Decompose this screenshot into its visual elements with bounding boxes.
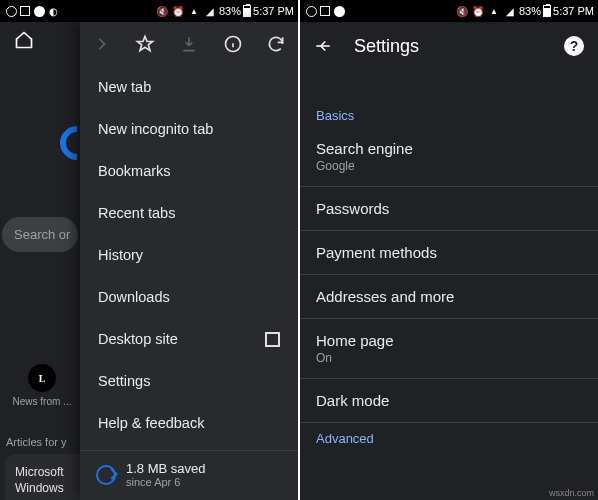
app-icon [18,4,32,18]
battery-icon [543,5,551,17]
mute-icon [455,4,469,18]
menu-history[interactable]: History [80,234,298,276]
menu-icon-row [80,22,298,66]
menu-help-feedback[interactable]: Help & feedback [80,402,298,444]
setting-label: Payment methods [316,244,582,261]
menu-item-label: Recent tabs [98,205,175,221]
articles-header: Articles for y [6,436,67,448]
menu-item-label: Settings [98,373,150,389]
menu-item-label: Desktop site [98,331,178,347]
menu-desktop-site[interactable]: Desktop site [80,318,298,360]
signal-icon [203,4,217,18]
info-icon[interactable] [223,34,243,54]
setting-search-engine[interactable]: Search engine Google [300,127,598,187]
setting-dark-mode[interactable]: Dark mode [300,379,598,423]
page-title: Settings [354,36,419,57]
site-favicon: L [28,364,56,392]
menu-item-label: Help & feedback [98,415,204,431]
data-saved-amount: 1.8 MB saved [126,461,206,476]
battery-percent: 83% [219,5,241,17]
app-icon [332,4,346,18]
setting-label: Passwords [316,200,582,217]
setting-payment-methods[interactable]: Payment methods [300,231,598,275]
setting-home-page[interactable]: Home page On [300,319,598,379]
app-icon [32,4,46,18]
wifi-icon [187,4,201,18]
mute-icon [155,4,169,18]
menu-item-label: Downloads [98,289,170,305]
settings-header: Settings ? [300,22,598,70]
data-saved-since: since Apr 6 [126,476,206,488]
search-input[interactable]: Search or [2,217,78,252]
chrome-home: Search or L News from ... Articles for y… [0,22,298,500]
phone-left: ◐ 83% 5:37 PM Search or L News from ... [0,0,298,500]
setting-label: Addresses and more [316,288,582,305]
alarm-icon [471,4,485,18]
star-icon[interactable] [135,34,155,54]
setting-addresses[interactable]: Addresses and more [300,275,598,319]
app-icon: ◐ [46,4,60,18]
chrome-overflow-menu: New tab New incognito tab Bookmarks Rece… [80,22,298,500]
clock: 5:37 PM [553,5,594,17]
setting-value: On [316,351,582,365]
battery-icon [243,5,251,17]
phone-right: 83% 5:37 PM Settings ? Basics Search eng… [300,0,598,500]
battery-percent: 83% [519,5,541,17]
menu-item-label: New tab [98,79,151,95]
menu-item-label: Bookmarks [98,163,171,179]
feed-shortcut[interactable]: L News from ... [6,364,78,407]
menu-recent-tabs[interactable]: Recent tabs [80,192,298,234]
setting-label: Home page [316,332,582,349]
clock: 5:37 PM [253,5,294,17]
watermark: wsxdn.com [549,488,594,498]
signal-icon [503,4,517,18]
menu-data-saver[interactable]: 1.8 MB saved since Apr 6 [80,450,298,500]
menu-item-label: New incognito tab [98,121,213,137]
setting-value: Google [316,159,582,173]
download-icon[interactable] [179,34,199,54]
setting-label: Dark mode [316,392,582,409]
spotify-icon [304,4,318,18]
menu-new-tab[interactable]: New tab [80,66,298,108]
menu-settings[interactable]: Settings [80,360,298,402]
search-placeholder: Search or [14,227,70,242]
setting-passwords[interactable]: Passwords [300,187,598,231]
settings-screen: Settings ? Basics Search engine Google P… [300,22,598,500]
status-bar: 83% 5:37 PM [300,0,598,22]
back-arrow-icon[interactable] [314,37,332,55]
spotify-icon [4,4,18,18]
refresh-icon[interactable] [266,34,286,54]
alarm-icon [171,4,185,18]
data-saver-icon [96,465,116,485]
menu-new-incognito[interactable]: New incognito tab [80,108,298,150]
setting-label: Search engine [316,140,582,157]
menu-item-label: History [98,247,143,263]
menu-downloads[interactable]: Downloads [80,276,298,318]
forward-icon[interactable] [92,34,112,54]
help-icon[interactable]: ? [564,36,584,56]
section-advanced: Advanced [300,423,598,450]
app-icon [318,4,332,18]
menu-bookmarks[interactable]: Bookmarks [80,150,298,192]
checkbox-unchecked-icon[interactable] [265,332,280,347]
home-icon[interactable] [14,30,34,48]
section-basics: Basics [300,100,598,127]
wifi-icon [487,4,501,18]
feed-label: News from ... [6,396,78,407]
status-bar: ◐ 83% 5:37 PM [0,0,298,22]
